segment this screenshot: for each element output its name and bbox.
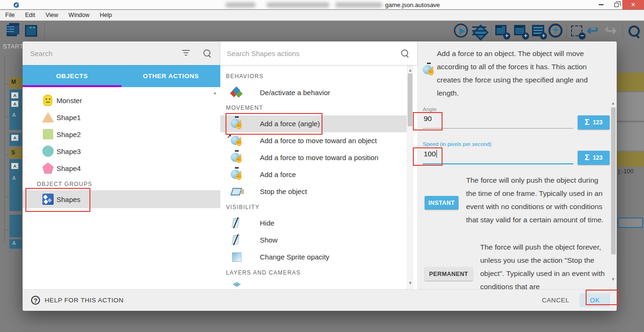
search-icon[interactable]: [202, 49, 212, 58]
title-bar: G game.json.autosave ✕: [0, 0, 644, 9]
annotation-ok-button: [586, 290, 619, 305]
objects-tab-bar: OBJECTS OTHER ACTIONS: [23, 65, 220, 87]
scroll-down-arrow[interactable]: ▼: [611, 277, 615, 282]
action-row-deactivate-behavior[interactable]: De/activate a behavior: [220, 84, 407, 101]
scrollbar-thumb[interactable]: [611, 107, 616, 254]
section-behaviors: BEHAVIORS: [226, 73, 264, 80]
pentagon-icon: [42, 162, 54, 174]
angle-expression-button[interactable]: Σ 123: [578, 115, 610, 130]
action-editor-dialog: Search OBJECTS OTHER ACTIONS ▲ Monster S…: [23, 41, 617, 311]
annotation-speed-value: [413, 147, 443, 166]
action-row-show[interactable]: Show: [220, 232, 407, 249]
speed-label: Speed (in pixels per second): [423, 141, 491, 147]
triangle-icon: [42, 112, 54, 122]
opacity-icon: [231, 251, 243, 263]
permanent-description: The force will push the object forever, …: [480, 241, 612, 293]
action-row-force-toward-position[interactable]: ☝ Add a force to move toward a position: [220, 149, 407, 166]
circle-icon: [42, 146, 54, 157]
object-row-shape4[interactable]: Shape4: [23, 160, 220, 177]
actions-scrollbar[interactable]: ▲ ▼: [407, 65, 413, 289]
add-circle-icon[interactable]: +: [548, 24, 563, 38]
scene-tab-label: START: [3, 43, 23, 50]
toolbar: + + + + − ↩ ↪: [0, 21, 644, 41]
menu-edit[interactable]: Edit: [20, 11, 40, 19]
search-icon[interactable]: [400, 49, 410, 58]
scrollbar-thumb[interactable]: [408, 73, 412, 126]
object-row-shape1[interactable]: Shape1: [23, 109, 220, 126]
undo-icon[interactable]: ↩: [587, 24, 602, 39]
events-sheet-left-fragment: START M A A A A S A A A: [0, 41, 23, 332]
scene-editor-icon[interactable]: [24, 24, 39, 39]
redacted-title-segment: [335, 2, 382, 8]
permanent-button[interactable]: PERMANENT: [425, 267, 473, 281]
layer-icon: [231, 282, 243, 289]
action-row-hide[interactable]: Hide: [220, 215, 407, 232]
help-icon: ?: [31, 296, 40, 305]
action-row-change-opacity[interactable]: Change Sprite opacity: [220, 249, 407, 266]
instant-button[interactable]: INSTANT: [425, 196, 459, 210]
annotation-add-force-angle: [225, 113, 322, 135]
tab-objects[interactable]: OBJECTS: [23, 65, 121, 87]
speed-expression-button[interactable]: Σ 123: [578, 151, 610, 165]
actions-panel: Search Shapes actions BEHAVIORS De/activ…: [220, 41, 417, 289]
monster-icon: [43, 95, 52, 106]
dialog-footer: ? HELP FOR THIS ACTION CANCEL OK: [23, 289, 617, 311]
tab-other-actions[interactable]: OTHER ACTIONS: [121, 65, 220, 87]
scroll-down-arrow[interactable]: ▼: [408, 281, 412, 285]
event-code-fragment: );-100: [618, 168, 634, 175]
restore-button[interactable]: [609, 0, 623, 9]
objects-panel: Search OBJECTS OTHER ACTIONS ▲ Monster S…: [23, 41, 220, 289]
delete-selection-icon[interactable]: −: [570, 24, 585, 39]
objects-search-input[interactable]: Search: [23, 41, 220, 65]
action-description: Add a force to an object. The object wil…: [437, 47, 610, 100]
event-field-fragment: [618, 218, 643, 228]
objects-search-placeholder: Search: [23, 49, 182, 57]
add-comment-icon[interactable]: +: [531, 24, 546, 39]
action-row-add-force[interactable]: ☝ Add a force: [220, 166, 407, 183]
section-movement: MOVEMENT: [226, 105, 263, 111]
play-icon[interactable]: [454, 24, 468, 38]
scroll-up-arrow[interactable]: ▲: [408, 68, 412, 73]
object-groups-header: OBJECT GROUPS: [37, 181, 92, 187]
filter-icon[interactable]: [182, 50, 190, 57]
action-row-stop-object[interactable]: Stop the object: [220, 183, 407, 200]
annotation-angle-value: [413, 112, 443, 130]
minimize-button[interactable]: [594, 0, 608, 9]
redacted-title-segment: [266, 2, 330, 8]
project-manager-icon[interactable]: [5, 24, 20, 39]
annotation-shapes-group: [25, 188, 90, 212]
action-row-force-toward-object[interactable]: ☝↗ Add a force to move toward an object: [220, 132, 407, 149]
add-subevent-icon[interactable]: +: [513, 24, 528, 39]
object-row-shape3[interactable]: Shape3: [23, 143, 220, 160]
window-title: game.json.autosave: [385, 1, 440, 8]
help-button[interactable]: ? HELP FOR THIS ACTION: [31, 296, 542, 305]
menu-view[interactable]: View: [40, 11, 64, 19]
object-row-monster[interactable]: Monster: [23, 92, 220, 109]
debug-icon[interactable]: [472, 24, 487, 39]
gdevelop-logo-icon: G: [13, 0, 19, 8]
actions-search-placeholder: Search Shapes actions: [220, 49, 400, 57]
add-event-icon[interactable]: +: [494, 24, 509, 39]
parameters-panel: ☝ Add a force to an object. The object w…: [417, 41, 617, 289]
show-icon: [231, 234, 243, 246]
menu-help[interactable]: Help: [95, 11, 117, 19]
actions-search-input[interactable]: Search Shapes actions: [220, 41, 417, 65]
stop-object-icon: [231, 186, 243, 198]
search-icon[interactable]: [626, 24, 641, 39]
menu-bar: File Edit View Window Help: [0, 10, 644, 21]
scroll-up-arrow[interactable]: ▲: [611, 101, 615, 105]
close-button[interactable]: ✕: [622, 0, 644, 9]
redo-icon[interactable]: ↪: [605, 24, 620, 39]
menu-file[interactable]: File: [0, 11, 20, 19]
action-row-partial[interactable]: [220, 280, 407, 289]
menu-window[interactable]: Window: [64, 11, 95, 19]
cancel-button[interactable]: CANCEL: [542, 297, 569, 304]
angle-label: Angle: [423, 106, 436, 112]
section-layers-cameras: LAYERS AND CAMERAS: [226, 269, 301, 276]
square-icon: [43, 129, 53, 139]
object-row-shape2[interactable]: Shape2: [23, 126, 220, 143]
hide-icon: [231, 217, 243, 229]
active-tab-indicator: [23, 85, 121, 87]
section-visibility: VISIBILITY: [226, 204, 259, 211]
events-sheet-right-fragment: );-100: [617, 41, 644, 332]
